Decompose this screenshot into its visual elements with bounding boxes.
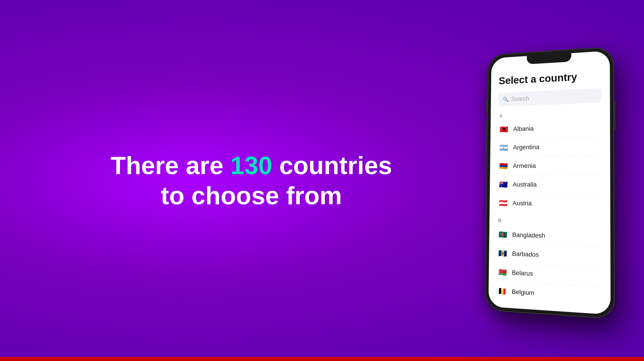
country-count: 130 — [230, 151, 272, 179]
phone-screen: Select a country 🔍 Search A 🇦🇱 Albania 🇦… — [488, 51, 611, 315]
list-item[interactable]: 🇦🇷 Argentina — [498, 136, 601, 157]
section-letter-a: A — [498, 110, 601, 119]
country-name-belarus: Belarus — [512, 269, 533, 277]
phone-container: Select a country 🔍 Search A 🇦🇱 Albania 🇦… — [484, 49, 612, 312]
country-list-b: 🇧🇩 Bangladesh 🇧🇧 Barbados 🇧🇾 Belarus 🇧🇪 … — [496, 225, 602, 307]
flag-belarus: 🇧🇾 — [497, 267, 508, 278]
country-name-barbados: Barbados — [512, 250, 539, 258]
headline: There are 130 countriesto choose from — [36, 150, 466, 211]
search-bar[interactable]: 🔍 Search — [498, 88, 602, 107]
left-content: There are 130 countriesto choose from — [0, 150, 484, 211]
search-icon: 🔍 — [503, 97, 509, 103]
list-item[interactable]: 🇦🇱 Albania — [498, 117, 601, 139]
list-item[interactable]: 🇦🇲 Armenia — [498, 156, 602, 175]
country-name-belgium: Belgium — [512, 288, 534, 297]
search-placeholder: Search — [511, 95, 529, 103]
flag-argentina: 🇦🇷 — [499, 142, 509, 153]
country-list-a: 🇦🇱 Albania 🇦🇷 Argentina 🇦🇲 Armenia 🇦🇺 Au… — [497, 117, 602, 214]
flag-austria: 🇦🇹 — [498, 198, 508, 208]
country-name-australia: Australia — [513, 181, 537, 188]
country-name-austria: Austria — [512, 200, 532, 207]
flag-barbados: 🇧🇧 — [498, 248, 508, 259]
list-item[interactable]: 🇧🇩 Bangladesh — [497, 225, 602, 247]
country-name-argentina: Argentina — [513, 144, 540, 151]
progress-bar[interactable] — [0, 357, 644, 361]
flag-australia: 🇦🇺 — [498, 179, 508, 190]
list-item[interactable]: 🇦🇺 Australia — [497, 175, 602, 194]
flag-albania: 🇦🇱 — [499, 124, 509, 134]
country-name-albania: Albania — [513, 125, 534, 133]
list-item[interactable]: 🇦🇹 Austria — [497, 194, 602, 214]
country-name-bangladesh: Bangladesh — [512, 231, 545, 239]
country-name-armenia: Armenia — [513, 162, 536, 170]
phone-frame: Select a country 🔍 Search A 🇦🇱 Albania 🇦… — [485, 47, 614, 318]
flag-armenia: 🇦🇲 — [498, 161, 508, 171]
flag-bangladesh: 🇧🇩 — [498, 229, 508, 240]
screen-content: Select a country 🔍 Search A 🇦🇱 Albania 🇦… — [488, 51, 611, 315]
flag-belgium: 🇧🇪 — [497, 286, 508, 297]
screen-title: Select a country — [499, 69, 601, 87]
